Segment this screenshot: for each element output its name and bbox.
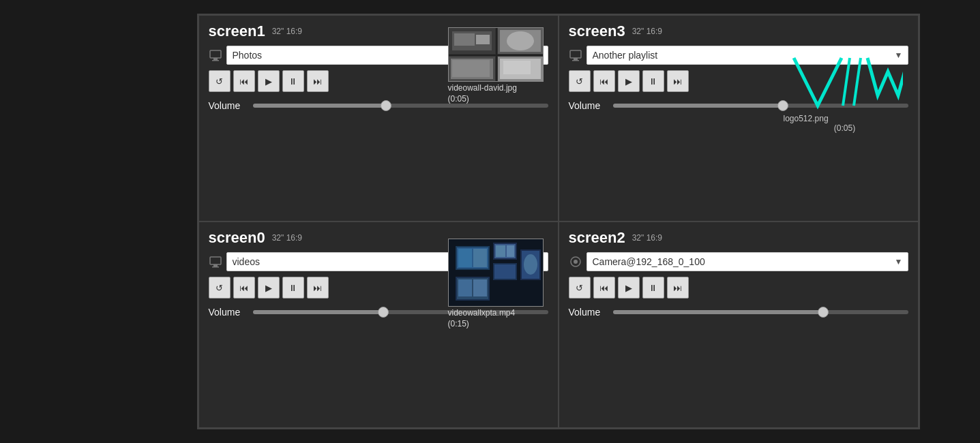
svg-line-34 — [854, 58, 861, 106]
screen2-volume-slider[interactable] — [613, 310, 908, 314]
svg-rect-12 — [503, 61, 531, 74]
logo-preview-duration: (0:05) — [834, 123, 855, 133]
screen1-prev-btn[interactable]: ⏮ — [233, 70, 255, 92]
screen2-volume-row: Volume — [569, 307, 908, 318]
svg-rect-40 — [572, 60, 579, 61]
screen2-controls: ↺ ⏮ ▶ ⏸ ⏭ — [569, 277, 908, 299]
screen3-spec: 32" 16:9 — [632, 27, 662, 36]
screen0-play-btn[interactable]: ▶ — [258, 277, 280, 299]
svg-rect-41 — [210, 257, 221, 264]
screen0-reload-btn[interactable]: ↺ — [209, 277, 231, 299]
svg-rect-43 — [212, 266, 219, 268]
screen2-header: screen2 32" 16:9 — [569, 229, 908, 247]
screen0-prev-btn[interactable]: ⏮ — [233, 277, 255, 299]
screen3-next-btn[interactable]: ⏭ — [667, 70, 689, 92]
screen1-spec: 32" 16:9 — [272, 27, 302, 36]
screen0-title: screen0 — [209, 229, 265, 247]
logo-preview-label: logo512.png — [784, 114, 906, 123]
screen3-source-icon — [569, 48, 582, 62]
svg-rect-22 — [496, 245, 505, 257]
screen1-source-icon — [209, 48, 222, 62]
svg-rect-31 — [458, 279, 472, 296]
screen2-reload-btn[interactable]: ↺ — [569, 277, 591, 299]
svg-rect-25 — [494, 264, 516, 279]
screen1-reload-btn[interactable]: ↺ — [209, 70, 231, 92]
screen1-pause-btn[interactable]: ⏸ — [282, 70, 304, 92]
screen0-preview-filename: videowallxpta.mp4 — [448, 308, 544, 318]
screen2-play-btn[interactable]: ▶ — [618, 277, 640, 299]
screen1-title: screen1 — [209, 22, 265, 40]
screen0-next-btn[interactable]: ⏭ — [307, 277, 329, 299]
screen2-dropdown-wrapper[interactable]: Camera@192_168_0_100 ▼ — [586, 252, 908, 271]
screen1-preview-duration: (0:05) — [448, 94, 544, 104]
screen0-pause-btn[interactable]: ⏸ — [282, 277, 304, 299]
screen2-source-icon — [569, 255, 582, 269]
screen0-source-icon — [209, 255, 222, 269]
screen1-volume-label: Volume — [209, 100, 246, 111]
screen1-volume-slider[interactable] — [253, 104, 548, 108]
svg-rect-39 — [574, 58, 578, 60]
screen2-panel: screen2 32" 16:9 Camera@192_168_0_100 ▼ … — [559, 222, 919, 428]
svg-rect-32 — [473, 279, 487, 296]
svg-point-28 — [524, 254, 537, 275]
svg-rect-18 — [458, 249, 472, 267]
svg-rect-35 — [210, 50, 221, 58]
svg-rect-36 — [213, 58, 218, 60]
svg-rect-42 — [213, 264, 218, 266]
screen0-spec: 32" 16:9 — [272, 233, 302, 243]
screen1-preview-filename: videowall-david.jpg — [448, 83, 544, 93]
screen3-reload-btn[interactable]: ↺ — [569, 70, 591, 92]
screen2-spec: 32" 16:9 — [632, 233, 662, 243]
svg-rect-3 — [476, 35, 490, 44]
screen2-playlist-select[interactable]: Camera@192_168_0_100 — [586, 252, 908, 271]
screen0-preview-duration: (0:15) — [448, 319, 544, 329]
screen3-volume-label: Volume — [569, 100, 606, 111]
screen2-dropdown-row: Camera@192_168_0_100 ▼ — [569, 252, 908, 271]
svg-rect-19 — [473, 249, 487, 267]
svg-point-6 — [507, 31, 534, 50]
svg-rect-38 — [570, 50, 581, 58]
screen2-title: screen2 — [569, 229, 625, 247]
screen2-volume-label: Volume — [569, 307, 606, 318]
screen2-pause-btn[interactable]: ⏸ — [642, 277, 664, 299]
screen3-pause-btn[interactable]: ⏸ — [642, 70, 664, 92]
svg-rect-37 — [212, 60, 219, 61]
screen2-prev-btn[interactable]: ⏮ — [593, 277, 615, 299]
screen2-next-btn[interactable]: ⏭ — [667, 277, 689, 299]
screen3-title: screen3 — [569, 22, 625, 40]
screen0-volume-label: Volume — [209, 307, 246, 318]
screen1-next-btn[interactable]: ⏭ — [307, 70, 329, 92]
svg-rect-23 — [507, 245, 514, 257]
logo-svg — [787, 51, 903, 112]
screen3-play-btn[interactable]: ▶ — [618, 70, 640, 92]
screen3-header: screen3 32" 16:9 — [569, 22, 908, 40]
svg-line-33 — [843, 58, 850, 106]
svg-rect-9 — [452, 60, 490, 77]
svg-point-45 — [574, 260, 578, 264]
screen1-play-btn[interactable]: ▶ — [258, 70, 280, 92]
svg-rect-2 — [454, 33, 475, 46]
screen3-prev-btn[interactable]: ⏮ — [593, 70, 615, 92]
